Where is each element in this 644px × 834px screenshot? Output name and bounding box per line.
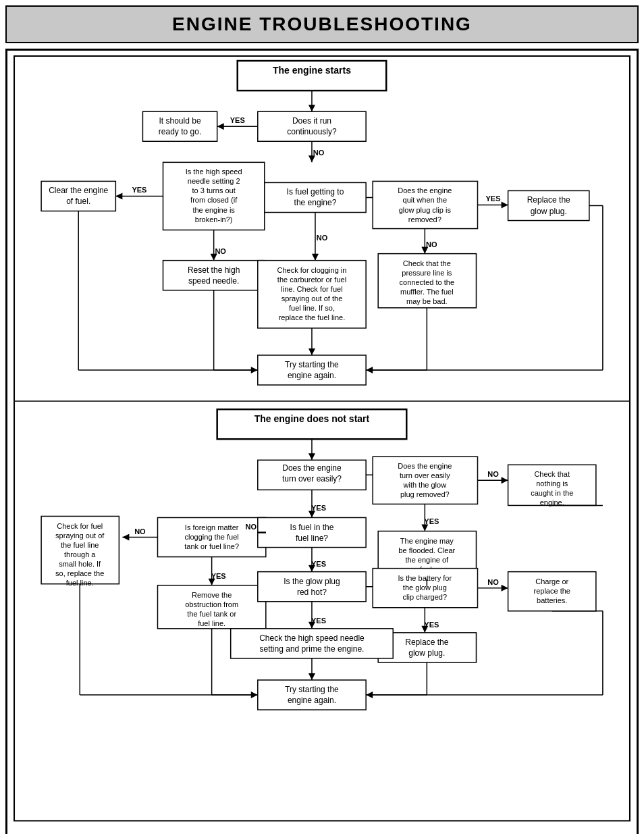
q4-l1: Does the engine	[398, 186, 452, 194]
replace-glow-l2: glow plug.	[531, 207, 567, 216]
replace-glow2-l1: Replace the	[405, 637, 448, 647]
spray-l2: spraying out of	[55, 531, 105, 540]
yes10-label: YES	[424, 621, 439, 629]
flooded-l2: be flooded. Clear	[398, 546, 455, 554]
clog-l4: spraying out of the	[281, 294, 343, 303]
clear-l1: Clear the engine	[49, 186, 108, 195]
try-start1-l1: Try starting the	[285, 360, 339, 369]
q5-l1: Does the engine	[282, 463, 342, 473]
replace-glow2-l2: glow plug.	[408, 648, 445, 658]
replace-glow-l1: Replace the	[527, 195, 570, 205]
ready-text2: ready to go.	[159, 127, 201, 136]
remove-l1: Remove the	[192, 591, 232, 599]
no8-label-left: NO	[246, 523, 257, 531]
q4-l4: removed?	[408, 215, 441, 224]
yes6-label: YES	[424, 517, 439, 525]
charge-l1: Charge or	[535, 577, 568, 585]
clog-l3: line. Check for fuel	[281, 285, 342, 293]
no3-label: NO	[317, 234, 328, 242]
yes7-label: YES	[211, 572, 226, 580]
no2-label: NO	[215, 247, 226, 255]
yes8-label: YES	[311, 560, 326, 568]
no7-label: NO	[134, 527, 146, 536]
svg-marker-32	[308, 348, 315, 355]
svg-marker-63	[122, 534, 129, 541]
q1-text: Does it run	[292, 116, 331, 126]
check-needle-l1: Check the high speed needle	[259, 633, 365, 643]
flowchart-svg: .box { fill: white; stroke: black; strok…	[7, 51, 637, 834]
no4-label: NO	[426, 240, 437, 249]
q2-l1: Is the high speed	[186, 167, 242, 176]
q2-l2: needle setting 2	[188, 177, 240, 185]
q4-l3: glow plug clip is	[399, 206, 452, 214]
q4-l2: quit when the	[403, 196, 448, 204]
svg-marker-18	[312, 254, 319, 261]
spray-l3: the fuel line	[61, 541, 99, 549]
svg-marker-5	[217, 123, 224, 130]
try-start2-l2: engine again.	[288, 696, 336, 705]
remove-l4: fuel line.	[198, 619, 225, 627]
try-start1-l2: engine again.	[288, 371, 336, 380]
yes4-label: YES	[486, 194, 501, 203]
svg-marker-48	[308, 453, 315, 460]
spray-l6: so, replace the	[55, 569, 104, 577]
caught-l3: caught in the	[531, 489, 573, 497]
q2-l6: broken-in?)	[195, 215, 233, 224]
q8-l2: fuel line?	[296, 533, 328, 543]
q3-l2: the engine?	[294, 198, 337, 207]
pressure-l5: may be bad.	[406, 297, 448, 305]
yes2a-label: YES	[132, 186, 146, 194]
q3-l1: Is fuel getting to	[287, 187, 344, 197]
pressure-l3: connected to the	[400, 278, 454, 286]
spray-l1: Check for fuel	[57, 522, 103, 530]
q7-l2: clogging the fuel	[185, 533, 239, 541]
q2-l4: from closed (if	[190, 196, 238, 204]
yes9-label: YES	[311, 617, 326, 625]
flooded-l3: the engine of	[405, 556, 449, 564]
charge-l2: replace the	[533, 587, 570, 595]
ready-text: It should be	[159, 116, 200, 126]
q6-l1: Does the engine	[398, 462, 452, 470]
pressure-l2: pressure line is	[402, 269, 452, 277]
remove-l2: obstruction from	[185, 600, 238, 608]
no6-label: NO	[487, 470, 499, 478]
yes1-label: YES	[230, 116, 245, 124]
remove-l3: the fuel tank or	[187, 610, 236, 618]
no10-label: NO	[487, 578, 499, 586]
no1-label: NO	[313, 149, 325, 157]
svg-marker-25	[502, 201, 508, 208]
q1-text2: continuously?	[287, 127, 337, 136]
charge-l3: batteries.	[537, 596, 567, 604]
diagram-container: .box { fill: white; stroke: black; strok…	[5, 49, 639, 834]
svg-marker-20	[115, 192, 122, 199]
caught-l2: nothing is	[536, 479, 568, 488]
q7-l1: Is foreign matter	[185, 523, 239, 531]
clog-l5: fuel line. If so,	[289, 304, 335, 312]
q7-l3: tank or fuel line?	[184, 542, 239, 550]
section2-title: The engine does not start	[254, 413, 370, 424]
reset-l2: speed needle.	[188, 276, 240, 286]
q2-l3: to 3 turns out	[192, 186, 236, 194]
pressure-l4: muffler. The fuel	[400, 288, 454, 296]
clog-l1: Check for clogging in	[277, 266, 347, 274]
clog-l6: replace the fuel line.	[279, 313, 346, 321]
spray-l4: through a	[64, 550, 96, 558]
q9-l1: Is the glow plug	[284, 577, 340, 586]
clog-l2: the carburetor or fuel	[277, 276, 346, 284]
section1-title: The engine starts	[273, 65, 351, 76]
check-needle-l2: setting and prime the engine.	[259, 644, 364, 654]
q10-l3: clip charged?	[403, 593, 448, 601]
q8-l1: Is fuel in the	[290, 523, 334, 532]
q5-l2: turn over easily?	[282, 474, 342, 484]
page-title: ENGINE TROUBLESHOOTING	[5, 5, 639, 43]
svg-marker-79	[502, 585, 508, 592]
q6-l4: plug removed?	[400, 490, 450, 498]
q6-l2: turn over easily	[400, 471, 450, 479]
spray-l5: small hole. If	[59, 560, 101, 568]
caught-l1: Check that	[534, 470, 570, 478]
q2-l5: the engine is	[192, 206, 235, 214]
svg-marker-88	[308, 673, 315, 680]
yes5-label: YES	[311, 504, 326, 512]
q9-l2: red hot?	[297, 588, 327, 597]
q10-l2: the glow plug	[403, 583, 447, 592]
